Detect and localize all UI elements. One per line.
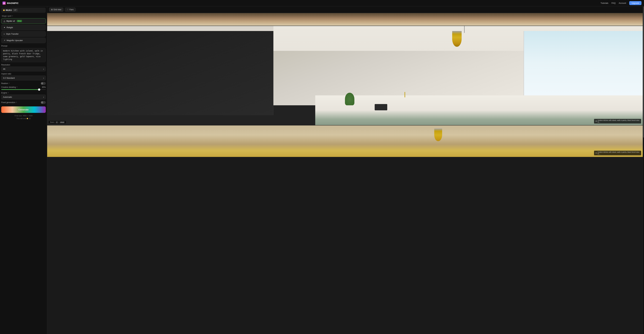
vip-badge: VIP [13, 9, 18, 12]
content-toolbar: ⊞ Grid view ♡ Favs [47, 6, 643, 13]
sidebar: 89,811 VIP Magic spell ? △ Mystic v2 Bet… [0, 6, 47, 334]
realism-label: Realism ? [1, 82, 10, 85]
main-layout: 89,811 VIP Magic spell ? △ Mystic v2 Bet… [0, 6, 644, 334]
upscaler-tool-button[interactable]: ↗ Magnific Upscaler [1, 38, 46, 43]
mystic-icon: △ [4, 20, 5, 22]
engine-select[interactable]: Automatic Standard Fast [1, 95, 46, 100]
realism-info-icon[interactable]: ? [9, 83, 10, 84]
style-transfer-label: Style Transfer [6, 33, 18, 35]
heart-icon: ♡ [67, 9, 69, 11]
scrollbar-rail[interactable] [643, 6, 644, 334]
image-top-partial [47, 13, 643, 26]
creative-detailing-slider-thumb[interactable] [38, 89, 40, 91]
final-size-text: Final size: 4992 × 3328 [0, 114, 47, 117]
aspect-ratio-section: Aspect ratio 3:2 Standard 1:1 Square 16:… [1, 73, 46, 80]
style-transfer-icon: » [4, 33, 5, 35]
zoom-key-wheel: wheel [60, 121, 65, 123]
svg-point-1 [596, 121, 597, 122]
upscaler-icon: ↗ [4, 39, 5, 42]
creative-detailing-label-row: Creative detailing ? 85% [1, 86, 46, 88]
credits-amount: 89,811 [6, 9, 12, 11]
creative-detailing-value: 85% [42, 86, 46, 88]
app-logo: MAGNIFIC [2, 2, 18, 5]
relight-icon: ✦ [4, 26, 5, 29]
fixed-generation-info-icon[interactable]: ? [16, 102, 17, 103]
tutorials-link[interactable]: Tutorials [600, 2, 608, 4]
bottom-kitchen-image [47, 125, 643, 157]
magic-spell-label: Magic spell ? [0, 14, 47, 18]
nav-links: Tutorials FAQ Account Upgrade [600, 1, 642, 5]
relight-label: Relight [6, 26, 13, 29]
fixed-generation-label: Fixed generation ? [1, 101, 17, 104]
image-card-main: 4K 3:2 Creative Detailing: 85% Automatic… [47, 26, 643, 125]
relight-tool-button[interactable]: ✦ Relight [1, 25, 46, 30]
generate-button[interactable]: Generate [1, 106, 46, 113]
main-kitchen-image [47, 26, 643, 125]
credits-dot [3, 10, 5, 11]
resolution-select-wrapper: 4K 1K 2K 8K [1, 67, 46, 72]
svg-marker-0 [3, 2, 5, 4]
aspect-ratio-label: Aspect ratio [1, 73, 46, 75]
size-info: Final size: 4992 × 3328 This will cost 2… [0, 114, 47, 120]
grid-view-button[interactable]: ⊞ Grid view [49, 8, 63, 12]
prompt-overlay-main: modern kitchen with island, walk in pant… [594, 119, 641, 124]
mystic-tool-button[interactable]: △ Mystic v2 Beta [1, 18, 46, 24]
prompt-textarea[interactable]: modern kitchen with island, walk in pant… [1, 48, 46, 62]
resolution-section: Resolution 4K 1K 2K 8K [1, 64, 46, 72]
creative-detailing-info-icon[interactable]: ? [16, 86, 18, 88]
prompt-overlay-bottom: modern kitchen with island, walk in pant… [594, 151, 641, 155]
grid-icon: ⊞ [51, 9, 53, 11]
resolution-select[interactable]: 4K 1K 2K 8K [1, 67, 46, 72]
faq-link[interactable]: FAQ [612, 2, 616, 4]
beta-badge: Beta [17, 20, 22, 22]
prompt-preview-bottom: modern kitchen with island, walk in pant… [598, 151, 640, 155]
image-card-top [47, 13, 643, 26]
scrollbar-thumb[interactable] [643, 7, 644, 138]
fixed-generation-row: Fixed generation ? [0, 100, 47, 105]
svg-point-2 [596, 152, 597, 154]
favs-button[interactable]: ♡ Favs [65, 8, 76, 12]
prompt-preview-main: modern kitchen with island, walk in pant… [598, 120, 640, 123]
aspect-ratio-select-wrapper: 3:2 Standard 1:1 Square 16:9 Widescreen … [1, 76, 46, 80]
style-transfer-tool-button[interactable]: » Style Transfer [1, 31, 46, 37]
cost-amount: 22 [29, 118, 31, 120]
resolution-label: Resolution [1, 64, 46, 66]
magic-spell-info-icon[interactable]: ? [12, 15, 13, 17]
top-navigation: MAGNIFIC Tutorials FAQ Account Upgrade [0, 0, 644, 6]
cost-dot [27, 118, 28, 119]
upgrade-button[interactable]: Upgrade [629, 1, 642, 5]
mystic-label: Mystic v2 [6, 20, 15, 22]
favs-label: Favs [70, 9, 74, 11]
grid-view-label: Grid view [54, 9, 61, 11]
realism-toggle[interactable] [41, 82, 46, 85]
creative-detailing-slider-fill [1, 89, 39, 90]
images-container[interactable]: 4K 3:2 Creative Detailing: 85% Automatic… [47, 13, 643, 334]
account-link[interactable]: Account [619, 2, 626, 4]
creative-detailing-section: Creative detailing ? 85% [1, 86, 46, 90]
creative-detailing-label: Creative detailing ? [1, 86, 18, 88]
credits-bar: 89,811 VIP [1, 8, 46, 13]
content-area: ⊞ Grid view ♡ Favs [47, 6, 643, 334]
realism-row: Realism ? [0, 81, 47, 86]
prompt-section: Prompt [0, 44, 47, 47]
image-card-bottom: 4K 3:2 Creative Detailing: 85% Illusio M… [47, 125, 643, 157]
app-name: MAGNIFIC [7, 2, 18, 5]
prompt-label: Prompt [1, 45, 46, 47]
engine-label: Engine ? [1, 92, 46, 94]
engine-section: Engine ? Automatic Standard Fast [1, 92, 46, 100]
engine-select-wrapper: Automatic Standard Fast [1, 95, 46, 100]
creative-detailing-slider-track[interactable] [1, 89, 46, 90]
cost-info: This will cost 22 [0, 117, 47, 120]
aspect-ratio-select[interactable]: 3:2 Standard 1:1 Square 16:9 Widescreen … [1, 76, 46, 80]
engine-info-icon[interactable]: ? [8, 92, 9, 94]
zoom-hint: Zoom + Z + wheel [49, 121, 66, 124]
upscaler-label: Magnific Upscaler [6, 39, 23, 42]
logo-icon [2, 2, 6, 5]
zoom-key-z: Z [56, 121, 58, 123]
fixed-generation-toggle[interactable] [41, 101, 46, 104]
